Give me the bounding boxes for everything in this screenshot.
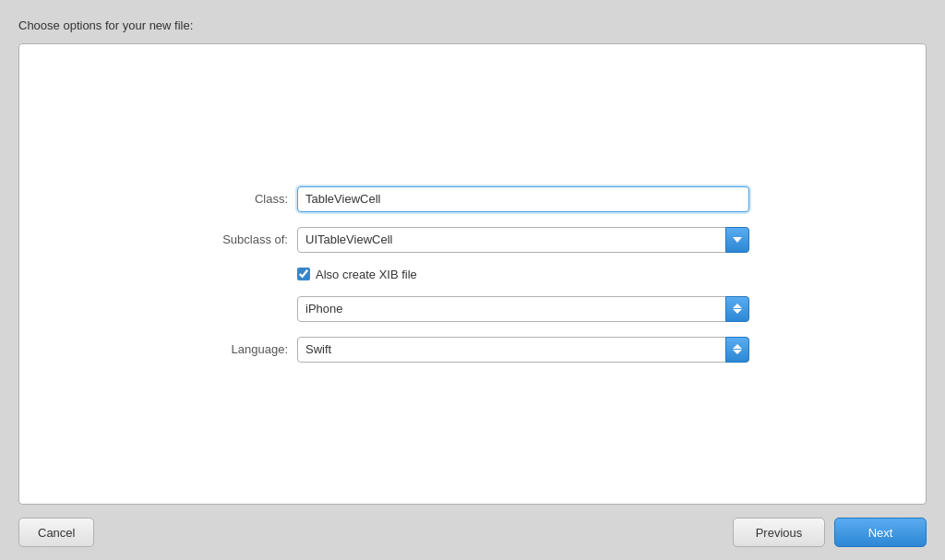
right-buttons: Previous Next (733, 518, 927, 547)
language-select-wrapper: Swift Objective-C (297, 337, 749, 363)
device-select-wrapper: iPhone iPad Universal (297, 296, 749, 322)
xib-row: Also create XIB file (297, 268, 749, 281)
dialog-content: Class: Subclass of: UITableViewCell UIVi… (18, 43, 927, 505)
class-row: Class: (196, 186, 749, 212)
subclass-select-wrapper: UITableViewCell UIViewController UIView … (297, 227, 749, 253)
subclass-select[interactable]: UITableViewCell UIViewController UIView … (297, 227, 749, 253)
form-section: Class: Subclass of: UITableViewCell UIVi… (196, 186, 749, 363)
device-select[interactable]: iPhone iPad Universal (297, 296, 749, 322)
dialog-title: Choose options for your new file: (18, 18, 927, 32)
xib-label: Also create XIB file (316, 268, 417, 281)
previous-button[interactable]: Previous (733, 518, 825, 547)
class-input-wrapper (297, 186, 749, 212)
next-button[interactable]: Next (834, 518, 927, 547)
language-row: Language: Swift Objective-C (196, 337, 749, 363)
language-wrapper: Swift Objective-C (297, 337, 749, 363)
subclass-wrapper: UITableViewCell UIViewController UIView … (297, 227, 749, 253)
device-row: iPhone iPad Universal (297, 296, 749, 322)
footer: Cancel Previous Next (0, 505, 945, 560)
cancel-button[interactable]: Cancel (18, 518, 94, 547)
class-label: Class: (196, 192, 288, 206)
language-label: Language: (196, 342, 288, 356)
xib-checkbox[interactable] (297, 268, 310, 280)
language-stepper[interactable] (725, 337, 749, 363)
language-select[interactable]: Swift Objective-C (297, 337, 749, 363)
subclass-label: Subclass of: (196, 232, 288, 246)
class-input[interactable] (297, 186, 749, 212)
subclass-row: Subclass of: UITableViewCell UIViewContr… (196, 227, 749, 253)
device-stepper[interactable] (725, 296, 749, 322)
